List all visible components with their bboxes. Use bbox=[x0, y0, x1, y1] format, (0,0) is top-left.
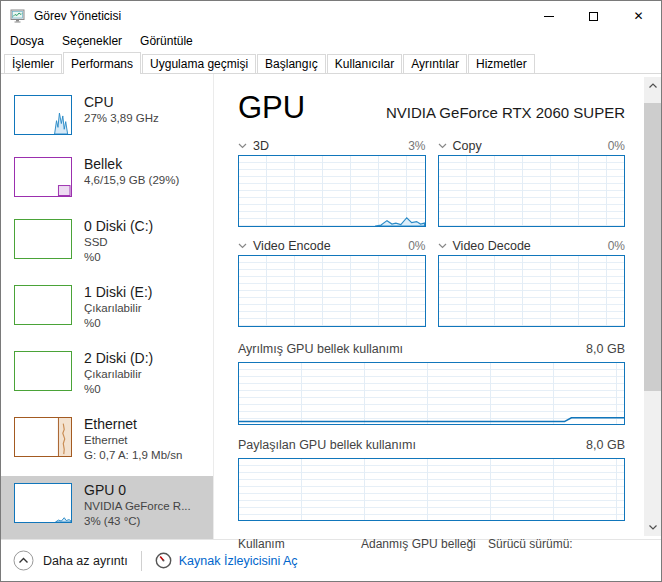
sidebar-item-disk2[interactable]: 2 Diski (D:) Çıkarılabilir %0 bbox=[1, 344, 213, 410]
chevron-down-icon bbox=[238, 243, 247, 249]
tab-performans[interactable]: Performans bbox=[63, 52, 141, 74]
sidebar-item-ethernet[interactable]: Ethernet Ethernet G: 0,7 A: 1,9 Mb/sn bbox=[1, 410, 213, 476]
resource-monitor-label: Kaynak İzleyicisini Aç bbox=[179, 554, 298, 568]
tab-kullanicilar[interactable]: Kullanıcılar bbox=[327, 54, 402, 73]
shared-memory-label: Paylaşılan GPU bellek kullanımı bbox=[238, 438, 416, 452]
tab-strip: İşlemler Performans Uygulama geçmişi Baş… bbox=[1, 52, 661, 74]
sidebar-disk2-usage: %0 bbox=[84, 382, 153, 397]
sidebar-gpu-name: NVIDIA GeForce R... bbox=[84, 499, 191, 514]
tab-islemler[interactable]: İşlemler bbox=[4, 54, 62, 73]
tab-hizmetler[interactable]: Hizmetler bbox=[468, 54, 535, 73]
task-manager-monitor-icon bbox=[10, 8, 26, 24]
chevron-down-icon bbox=[238, 143, 247, 149]
sidebar-bellek-title: Bellek bbox=[84, 155, 179, 173]
sidebar-item-disk1[interactable]: 1 Diski (E:) Çıkarılabilir %0 bbox=[1, 278, 213, 344]
memory-mini-chart bbox=[14, 157, 72, 197]
engine-3d-percent: 3% bbox=[408, 139, 425, 153]
sidebar-bellek-stats: 4,6/15,9 GB (29%) bbox=[84, 173, 179, 188]
engine-selector-video-encode[interactable]: Video Encode bbox=[238, 239, 331, 253]
chevron-up-circle-icon bbox=[13, 550, 34, 571]
chevron-down-icon bbox=[438, 243, 447, 249]
shared-memory-chart bbox=[238, 458, 625, 521]
resource-monitor-gauge-icon bbox=[155, 552, 172, 569]
sidebar-disk2-title: 2 Diski (D:) bbox=[84, 349, 153, 367]
gpu-device-name: NVIDIA GeForce RTX 2060 SUPER bbox=[386, 104, 625, 121]
gpu-stats-row: Kullanım Adanmış GPU belleği Sürücü sürü… bbox=[238, 537, 625, 551]
sidebar-ethernet-title: Ethernet bbox=[84, 415, 182, 433]
menu-goruntule[interactable]: Görüntüle bbox=[140, 32, 202, 52]
menu-dosya[interactable]: Dosya bbox=[10, 32, 53, 52]
sidebar-ethernet-speed: G: 0,7 A: 1,9 Mb/sn bbox=[84, 448, 182, 463]
scroll-down-icon[interactable] bbox=[644, 519, 661, 536]
sidebar-item-gpu0[interactable]: GPU 0 NVIDIA GeForce R... 3% (43 °C) bbox=[1, 476, 213, 539]
sidebar-cpu-stats: 27% 3,89 GHz bbox=[84, 111, 159, 126]
sidebar-disk0-type: SSD bbox=[84, 235, 153, 250]
sidebar-ethernet-name: Ethernet bbox=[84, 433, 182, 448]
engine-selector-video-decode[interactable]: Video Decode bbox=[438, 239, 531, 253]
engine-copy-percent: 0% bbox=[608, 139, 625, 153]
window-title: Görev Yöneticisi bbox=[34, 9, 121, 23]
stat-adanmis-bellek-label: Adanmış GPU belleği bbox=[361, 537, 488, 551]
tab-uygulama-gecmisi[interactable]: Uygulama geçmişi bbox=[142, 54, 256, 73]
disk0-mini-chart bbox=[14, 219, 72, 259]
dedicated-memory-chart bbox=[238, 362, 625, 425]
fewer-details-button[interactable]: Daha az ayrıntı bbox=[13, 550, 128, 571]
sidebar-disk0-title: 0 Diski (C:) bbox=[84, 217, 153, 235]
sidebar-disk1-title: 1 Diski (E:) bbox=[84, 283, 152, 301]
disk2-mini-chart bbox=[14, 351, 72, 391]
sidebar-item-bellek[interactable]: Bellek 4,6/15,9 GB (29%) bbox=[1, 150, 213, 212]
disk1-mini-chart bbox=[14, 285, 72, 325]
sidebar-item-disk0[interactable]: 0 Diski (C:) SSD %0 bbox=[1, 212, 213, 278]
menu-secenekler[interactable]: Seçenekler bbox=[62, 32, 131, 52]
gpu-3d-chart bbox=[238, 155, 426, 227]
close-icon[interactable]: ✕ bbox=[616, 1, 661, 31]
shared-memory-max: 8,0 GB bbox=[586, 438, 625, 452]
scroll-up-icon[interactable] bbox=[644, 77, 661, 94]
engine-video-encode-percent: 0% bbox=[408, 239, 425, 253]
scrollbar-thumb[interactable] bbox=[644, 103, 661, 391]
sidebar-gpu-stats: 3% (43 °C) bbox=[84, 514, 191, 529]
footer-divider bbox=[141, 551, 142, 571]
task-manager-window: Görev Yöneticisi ✕ Dosya Seçenekler Görü… bbox=[0, 0, 662, 582]
sidebar-disk0-usage: %0 bbox=[84, 250, 153, 265]
sidebar-disk1-type: Çıkarılabilir bbox=[84, 301, 152, 316]
gpu-detail-panel: GPU NVIDIA GeForce RTX 2060 SUPER 3D 3% … bbox=[214, 74, 661, 539]
stat-kullanim-label: Kullanım bbox=[238, 537, 361, 551]
minimize-icon[interactable] bbox=[526, 1, 571, 31]
gpu-video-encode-chart bbox=[238, 255, 426, 327]
gpu-video-decode-chart bbox=[438, 255, 626, 327]
performance-sidebar: CPU 27% 3,89 GHz Bellek 4,6/15,9 GB (29%… bbox=[1, 74, 214, 539]
tab-baslangic[interactable]: Başlangıç bbox=[257, 54, 326, 73]
dedicated-memory-label: Ayrılmış GPU bellek kullanımı bbox=[238, 342, 403, 356]
ethernet-mini-chart bbox=[14, 417, 72, 457]
engine-video-decode-percent: 0% bbox=[608, 239, 625, 253]
cpu-mini-chart bbox=[14, 95, 72, 135]
engine-selector-3d[interactable]: 3D bbox=[238, 139, 269, 153]
tab-ayrintilar[interactable]: Ayrıntılar bbox=[403, 54, 467, 73]
menu-bar: Dosya Seçenekler Görüntüle bbox=[1, 31, 661, 52]
sidebar-disk1-usage: %0 bbox=[84, 316, 152, 331]
dedicated-memory-max: 8,0 GB bbox=[586, 342, 625, 356]
gpu-mini-chart bbox=[14, 483, 72, 523]
title-bar: Görev Yöneticisi ✕ bbox=[1, 1, 661, 31]
gpu-copy-chart bbox=[438, 155, 626, 227]
page-title: GPU bbox=[238, 88, 305, 128]
vertical-scrollbar[interactable] bbox=[644, 77, 661, 536]
maximize-icon[interactable] bbox=[571, 1, 616, 31]
stat-surucu-surumu-label: Sürücü sürümü: bbox=[488, 537, 573, 551]
sidebar-item-cpu[interactable]: CPU 27% 3,89 GHz bbox=[1, 88, 213, 150]
sidebar-disk2-type: Çıkarılabilir bbox=[84, 367, 153, 382]
sidebar-cpu-title: CPU bbox=[84, 93, 159, 111]
sidebar-gpu-title: GPU 0 bbox=[84, 481, 191, 499]
open-resource-monitor-link[interactable]: Kaynak İzleyicisini Aç bbox=[155, 552, 298, 569]
fewer-details-label: Daha az ayrıntı bbox=[43, 554, 128, 568]
engine-selector-copy[interactable]: Copy bbox=[438, 139, 482, 153]
chevron-down-icon bbox=[438, 143, 447, 149]
